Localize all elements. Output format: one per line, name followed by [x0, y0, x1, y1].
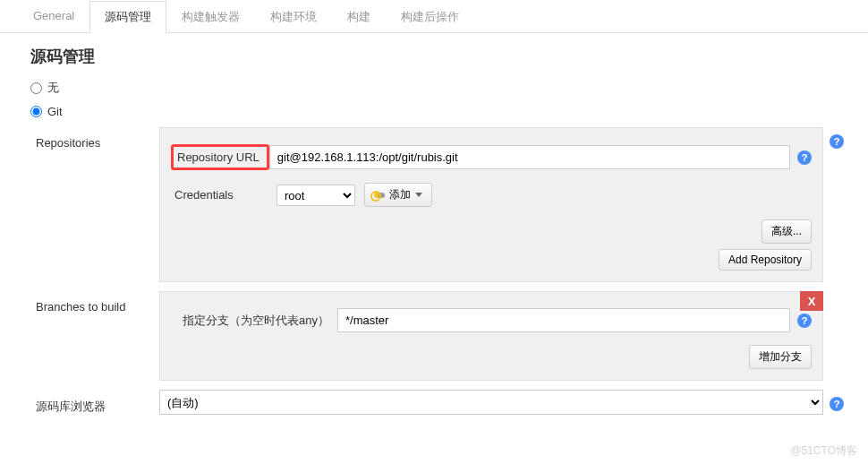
radio-none-label: 无 [47, 80, 59, 96]
key-icon [374, 193, 385, 198]
add-credentials-button[interactable]: 添加 [364, 183, 432, 207]
help-icon[interactable]: ? [797, 150, 812, 165]
help-icon[interactable]: ? [830, 134, 844, 149]
tab-general[interactable]: General [18, 1, 89, 33]
credentials-label: Credentials [171, 188, 277, 202]
config-tabs: General 源码管理 构建触发器 构建环境 构建 构建后操作 [0, 0, 868, 33]
repositories-panel: Repository URL ? Credentials root 添加 [159, 127, 823, 282]
tab-env[interactable]: 构建环境 [255, 1, 332, 33]
repositories-label: Repositories [36, 127, 159, 282]
credentials-select[interactable]: root [277, 185, 355, 206]
section-title: 源码管理 [0, 33, 868, 80]
tab-build[interactable]: 构建 [332, 1, 386, 33]
help-icon[interactable]: ? [830, 397, 844, 411]
add-credentials-label: 添加 [389, 187, 411, 202]
chevron-down-icon [415, 193, 422, 197]
delete-branch-button[interactable]: X [800, 291, 823, 311]
branch-spec-input[interactable] [337, 308, 790, 332]
add-repository-button[interactable]: Add Repository [719, 249, 812, 271]
radio-none[interactable]: 无 [30, 80, 868, 96]
tab-triggers[interactable]: 构建触发器 [166, 1, 255, 33]
radio-git-label: Git [47, 105, 63, 118]
branches-panel: X 指定分支（为空时代表any） ? 增加分支 [159, 291, 823, 381]
help-icon[interactable]: ? [797, 314, 812, 328]
branch-spec-label: 指定分支（为空时代表any） [171, 313, 337, 329]
repo-url-input[interactable] [269, 145, 790, 169]
tab-scm[interactable]: 源码管理 [89, 1, 166, 33]
repo-browser-select[interactable]: (自动) [159, 390, 823, 415]
repo-url-highlight: Repository URL [171, 144, 269, 170]
repo-url-label: Repository URL [177, 150, 263, 164]
radio-git[interactable]: Git [30, 105, 868, 118]
tab-post[interactable]: 构建后操作 [386, 1, 474, 33]
advanced-button[interactable]: 高级... [762, 219, 812, 244]
repo-browser-label: 源码库浏览器 [36, 390, 159, 415]
branches-label: Branches to build [36, 291, 159, 381]
scm-radio-group: 无 Git [0, 80, 868, 118]
radio-none-input[interactable] [30, 82, 42, 94]
radio-git-input[interactable] [30, 106, 42, 117]
add-branch-button[interactable]: 增加分支 [749, 345, 812, 369]
